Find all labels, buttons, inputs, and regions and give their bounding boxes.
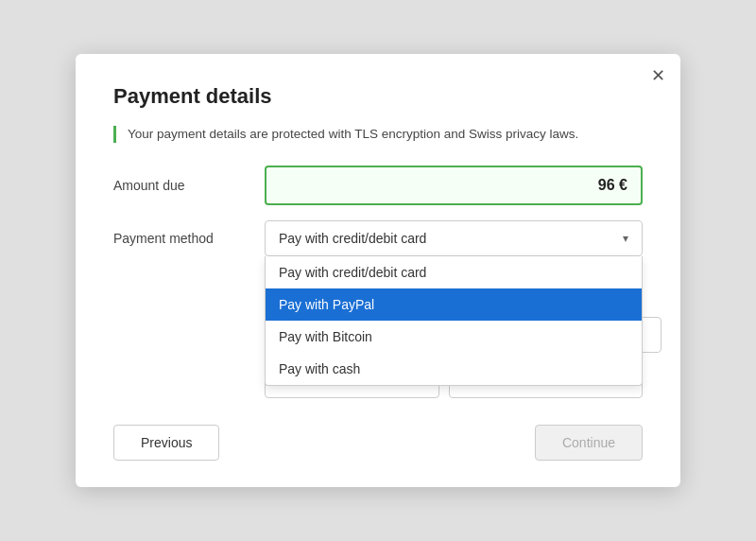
security-notice: Your payment details are protected with … bbox=[113, 126, 643, 144]
dropdown-item-cash[interactable]: Pay with cash bbox=[266, 353, 642, 385]
modal-title: Payment details bbox=[113, 84, 643, 109]
dropdown-item-credit[interactable]: Pay with credit/debit card bbox=[266, 256, 642, 288]
close-button[interactable]: ✕ bbox=[651, 67, 665, 84]
dropdown-item-paypal[interactable]: Pay with PayPal bbox=[266, 288, 642, 321]
payment-method-label: Payment method bbox=[113, 231, 265, 246]
dropdown-menu: Pay with credit/debit card Pay with PayP… bbox=[265, 256, 643, 386]
dropdown-item-bitcoin[interactable]: Pay with Bitcoin bbox=[266, 321, 642, 353]
amount-label: Amount due bbox=[113, 178, 265, 193]
modal-footer: Previous Continue bbox=[113, 425, 643, 461]
payment-method-row: Payment method Pay with credit/debit car… bbox=[113, 220, 643, 256]
payment-details-modal: ✕ Payment details Your payment details a… bbox=[76, 54, 680, 488]
payment-method-container: Pay with credit/debit card ▾ Pay with cr… bbox=[265, 220, 643, 256]
continue-button[interactable]: Continue bbox=[535, 425, 643, 461]
chevron-down-icon: ▾ bbox=[623, 232, 628, 245]
amount-row: Amount due 96 € bbox=[113, 166, 643, 205]
payment-method-dropdown[interactable]: Pay with credit/debit card ▾ Pay with cr… bbox=[265, 220, 643, 256]
dropdown-selected-label: Pay with credit/debit card bbox=[279, 231, 426, 246]
dropdown-trigger[interactable]: Pay with credit/debit card ▾ bbox=[265, 220, 643, 256]
previous-button[interactable]: Previous bbox=[113, 425, 219, 461]
amount-value: 96 € bbox=[265, 166, 643, 205]
